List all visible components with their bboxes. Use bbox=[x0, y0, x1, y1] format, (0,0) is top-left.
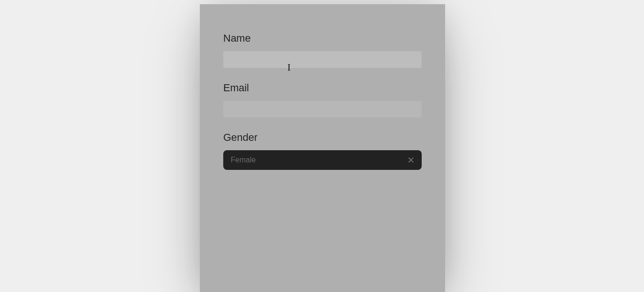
name-input[interactable] bbox=[223, 51, 422, 68]
gender-label: Gender bbox=[223, 131, 422, 144]
close-icon[interactable] bbox=[408, 157, 414, 163]
email-label: Email bbox=[223, 82, 422, 94]
name-field: Name bbox=[223, 32, 422, 68]
form-card: Name Email Gender Female bbox=[200, 4, 445, 292]
email-input[interactable] bbox=[223, 101, 422, 117]
gender-select[interactable]: Female bbox=[223, 150, 422, 170]
name-label: Name bbox=[223, 32, 422, 44]
email-field: Email bbox=[223, 82, 422, 117]
gender-selected-value: Female bbox=[231, 156, 256, 164]
gender-field: Gender Female bbox=[223, 131, 422, 170]
